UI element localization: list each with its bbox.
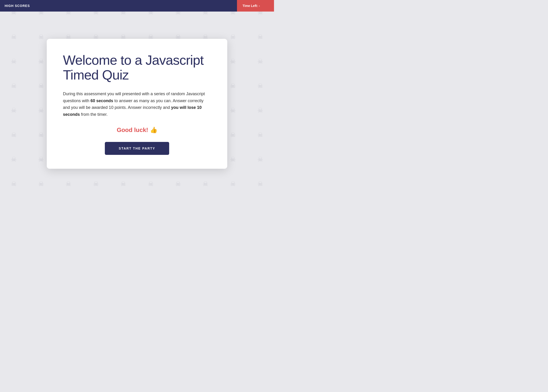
start-party-button[interactable]: START THE PARTY — [105, 142, 169, 155]
desc-bold-1: 60 seconds — [90, 98, 113, 103]
desc-text-3: from the timer. — [80, 112, 108, 117]
high-scores-link[interactable]: HIGH SCORES — [5, 4, 30, 8]
card-title: Welcome to a Javascript Timed Quiz — [63, 53, 211, 82]
timer-display: Time Left: - — [237, 0, 274, 12]
timer-label: Time Left: — [243, 4, 258, 8]
header: HIGH SCORES Time Left: - — [0, 0, 274, 12]
timer-value: - — [259, 4, 260, 8]
good-luck-text: Good luck! 👍 — [63, 126, 211, 133]
card-description: During this assessment you will presente… — [63, 91, 211, 118]
main-content: Welcome to a Javascript Timed Quiz Durin… — [0, 12, 274, 196]
welcome-card: Welcome to a Javascript Timed Quiz Durin… — [47, 39, 227, 168]
